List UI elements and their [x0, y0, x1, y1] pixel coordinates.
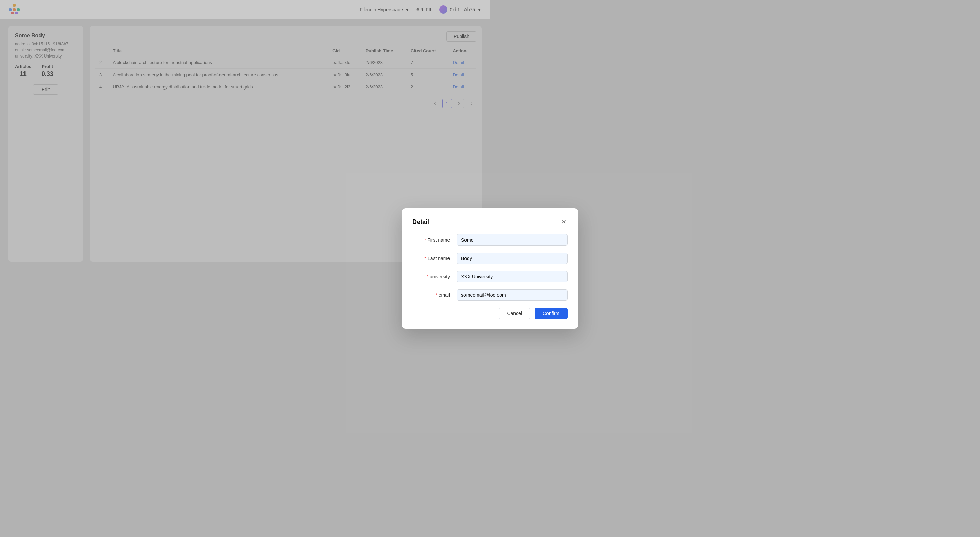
modal-header: Detail ✕: [412, 218, 490, 226]
last-name-label: *Last name :: [412, 256, 457, 261]
first-name-required-star: *: [424, 237, 426, 243]
first-name-label: *First name :: [412, 237, 457, 243]
modal-overlay: Detail ✕ *First name : *Last name : *uni…: [0, 0, 490, 269]
last-name-input[interactable]: [457, 252, 490, 264]
first-name-row: *First name :: [412, 234, 490, 246]
last-name-required-star: *: [424, 256, 426, 261]
detail-modal: Detail ✕ *First name : *Last name : *uni…: [401, 208, 490, 269]
modal-title: Detail: [412, 218, 429, 226]
last-name-row: *Last name :: [412, 252, 490, 264]
first-name-input[interactable]: [457, 234, 490, 246]
